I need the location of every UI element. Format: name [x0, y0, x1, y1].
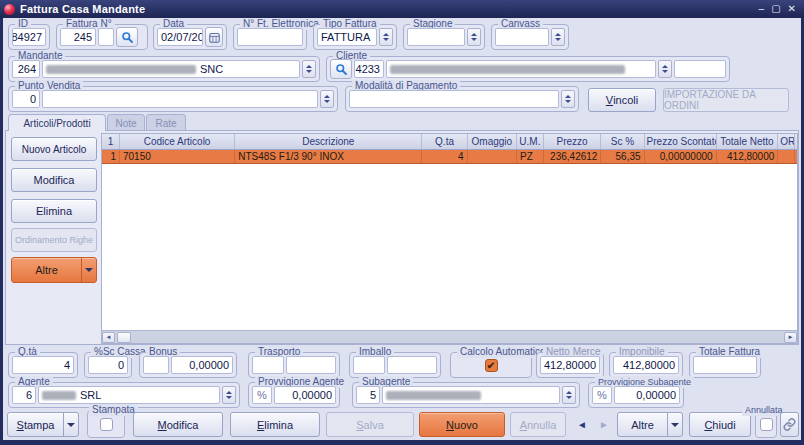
- tipo-fattura-group: Tipo Fattura FATTURA: [313, 24, 397, 50]
- maximize-icon[interactable]: ▢: [771, 4, 780, 14]
- agente-code-input[interactable]: 6: [12, 386, 36, 404]
- ordinamento-righe-button[interactable]: Ordinamento Righe: [11, 228, 97, 252]
- data-input[interactable]: 02/07/2024: [157, 28, 203, 46]
- modalita-pagamento-spinner[interactable]: [561, 90, 575, 108]
- close-icon[interactable]: ✕: [788, 4, 796, 14]
- col-or[interactable]: OR: [778, 134, 794, 149]
- col-prezzo-scontato[interactable]: Prezzo Scontato: [644, 134, 716, 149]
- imponibile-group: Imponibile 412,80000: [609, 352, 683, 378]
- canvass-spinner[interactable]: [551, 28, 565, 46]
- col-pre[interactable]: Pre: [794, 134, 798, 149]
- subagente-code-input[interactable]: 5: [356, 386, 380, 404]
- table-row[interactable]: 1 70150 NTS48S F1/3 90° INOX 4 PZ 236,42…: [102, 149, 798, 163]
- imballo-input[interactable]: [387, 356, 437, 374]
- calendar-icon: [209, 32, 220, 43]
- punto-vendita-spinner[interactable]: [320, 90, 334, 108]
- provvigione-agente-input[interactable]: 0,00000: [274, 386, 336, 404]
- fattura-n-input[interactable]: 245: [60, 28, 96, 46]
- importazione-da-ordini-button[interactable]: IMPORTAZIONE DA ORDINI: [663, 88, 789, 112]
- tab-articoli-prodotti[interactable]: Articoli/Prodotti: [8, 114, 106, 131]
- tipo-fattura-select[interactable]: FATTURA: [317, 28, 377, 46]
- col-omaggio[interactable]: Omaggio: [467, 134, 516, 149]
- ft-elettronica-input[interactable]: [237, 28, 303, 46]
- modalita-pagamento-select[interactable]: [349, 90, 559, 108]
- stampata-checkbox[interactable]: [100, 418, 113, 431]
- bonus-extra-input[interactable]: [143, 356, 169, 374]
- col-qta[interactable]: Q.ta: [422, 134, 467, 149]
- stampa-label: Stampa: [8, 413, 63, 436]
- punto-vendita-name-input[interactable]: [42, 90, 318, 108]
- chevron-down-icon[interactable]: [667, 413, 682, 436]
- calendar-button[interactable]: [205, 27, 223, 47]
- bonus-input[interactable]: 0,00000: [171, 356, 233, 374]
- annulla-button[interactable]: Annulla: [510, 412, 566, 437]
- scroll-right-icon[interactable]: ►: [784, 332, 797, 343]
- fattura-n-extra-input[interactable]: [98, 28, 114, 46]
- modifica-button[interactable]: Modifica: [133, 412, 223, 437]
- mandante-name-input[interactable]: SNC: [42, 60, 300, 78]
- annullata-checkbox[interactable]: [760, 418, 773, 431]
- imponibile-input: 412,80000: [613, 356, 679, 374]
- cliente-spinner[interactable]: [658, 60, 672, 78]
- nuovo-articolo-button[interactable]: Nuovo Articolo: [11, 137, 97, 161]
- qta-input[interactable]: 4: [12, 356, 74, 374]
- scroll-left-icon[interactable]: ◄: [102, 332, 115, 343]
- col-prezzo[interactable]: Prezzo: [543, 134, 601, 149]
- tipo-fattura-spinner[interactable]: [379, 28, 393, 46]
- search-fattura-button[interactable]: [116, 27, 138, 47]
- trasporto-input[interactable]: [286, 356, 336, 374]
- altre-button[interactable]: Altre: [617, 412, 683, 437]
- cliente-name-input[interactable]: [386, 60, 656, 78]
- link-button[interactable]: [780, 412, 799, 437]
- minimize-icon[interactable]: –: [759, 4, 765, 14]
- stagione-spinner[interactable]: [467, 28, 481, 46]
- netto-merce-input: 412,80000: [540, 356, 600, 374]
- chevron-down-icon[interactable]: [63, 413, 78, 436]
- elimina-button[interactable]: Elimina: [230, 412, 320, 437]
- record-next-icon[interactable]: ►: [595, 412, 613, 437]
- subagente-group: Subagente 5: [352, 382, 580, 408]
- col-codice-articolo[interactable]: Codice Articolo: [119, 134, 234, 149]
- calcolo-automatico-group: Calcolo Automatico ✔: [450, 352, 532, 378]
- agente-spinner[interactable]: [222, 386, 236, 404]
- chevron-down-icon[interactable]: [81, 258, 96, 282]
- col-sc[interactable]: Sc %: [601, 134, 644, 149]
- subagente-spinner[interactable]: [562, 386, 576, 404]
- canvass-select[interactable]: [495, 28, 549, 46]
- tab-note[interactable]: Note: [107, 114, 145, 131]
- altre-righe-button[interactable]: Altre: [11, 257, 97, 283]
- mandante-spinner[interactable]: [302, 60, 316, 78]
- stagione-select[interactable]: [407, 28, 465, 46]
- totale-fattura-input[interactable]: [693, 356, 757, 374]
- trasporto-extra-input[interactable]: [252, 356, 284, 374]
- vincoli-button[interactable]: Vincoli: [588, 88, 656, 112]
- imballo-extra-input[interactable]: [353, 356, 385, 374]
- horizontal-scrollbar[interactable]: ◄ ►: [102, 330, 797, 343]
- cell-num: 1: [102, 149, 119, 163]
- subagente-name-input[interactable]: [382, 386, 560, 404]
- sc-cassa-input[interactable]: 0: [88, 356, 128, 374]
- stampa-button[interactable]: Stampa: [7, 412, 79, 437]
- agente-name-input[interactable]: SRL: [38, 386, 220, 404]
- scrollbar-thumb[interactable]: [117, 332, 131, 343]
- provvigione-subagente-input[interactable]: 0,00000: [614, 386, 680, 404]
- modifica-articolo-button[interactable]: Modifica: [11, 168, 97, 192]
- id-input[interactable]: 84927: [12, 28, 46, 46]
- cliente-extra-input[interactable]: [674, 60, 726, 78]
- tab-rate[interactable]: Rate: [146, 114, 186, 131]
- col-descrizione[interactable]: Descrizione: [235, 134, 422, 149]
- salva-button[interactable]: Salva: [326, 412, 414, 437]
- calcolo-automatico-checkbox[interactable]: ✔: [485, 359, 498, 372]
- record-prev-icon[interactable]: ◄: [573, 412, 591, 437]
- ft-elettronica-group: N° Ft. Elettronica: [233, 24, 307, 50]
- mandante-code-input[interactable]: 264: [12, 60, 40, 78]
- nuovo-button[interactable]: Nuovo: [419, 412, 505, 437]
- cliente-code-input[interactable]: 4233: [354, 60, 384, 78]
- punto-vendita-code-input[interactable]: 0: [12, 90, 40, 108]
- mandante-group: Mandante 264 SNC: [8, 56, 320, 82]
- search-cliente-button[interactable]: [330, 59, 352, 79]
- col-totale-netto[interactable]: Totale Netto: [716, 134, 778, 149]
- col-num[interactable]: 1: [102, 134, 119, 149]
- elimina-articolo-button[interactable]: Elimina: [11, 199, 97, 223]
- col-um[interactable]: U.M.: [517, 134, 544, 149]
